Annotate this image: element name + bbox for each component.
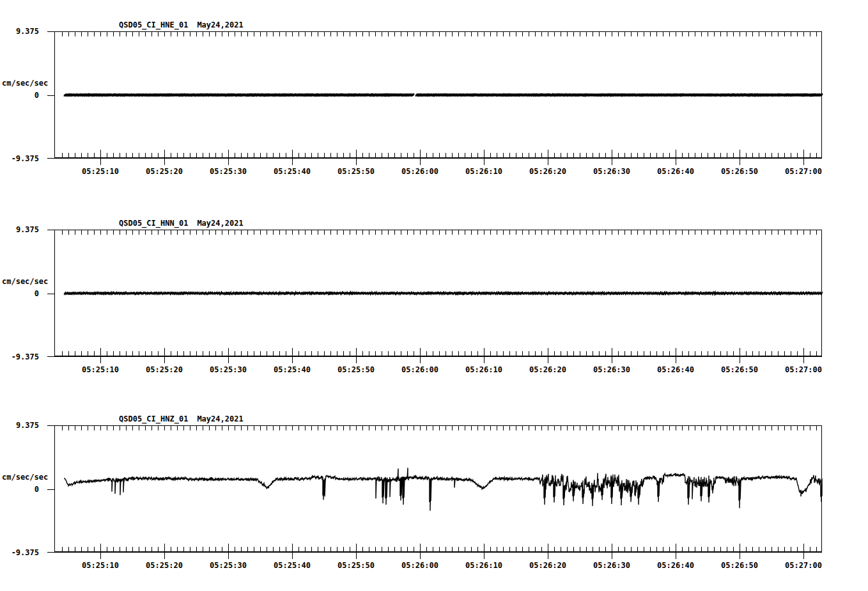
x-tick-label: 05:26:20 <box>529 365 566 374</box>
plot-title: QSD05_CI_HNE_01May24,2021 <box>119 20 244 29</box>
ytick-label-bottom: -9.375 <box>0 352 39 361</box>
plot-title: QSD05_CI_HNN_01May24,2021 <box>119 219 244 228</box>
x-tick-label: 05:26:00 <box>401 167 438 176</box>
x-tick-label: 05:25:10 <box>82 561 119 570</box>
ytick-label-zero: 0 <box>0 91 39 100</box>
x-tick-label: 05:27:00 <box>785 365 822 374</box>
y-axis-unit-label: cm/sec/sec <box>2 473 48 482</box>
x-tick-label: 05:26:20 <box>529 167 566 176</box>
x-tick-label: 05:25:40 <box>274 365 311 374</box>
x-tick-label: 05:25:30 <box>210 561 247 570</box>
seismogram-page: { "page": {"background": "#ffffff", "tra… <box>0 0 868 591</box>
x-tick-label: 05:26:40 <box>657 167 694 176</box>
x-tick-label: 05:26:50 <box>721 167 758 176</box>
x-tick-label: 05:26:40 <box>657 561 694 570</box>
plot-title-id: QSD05_CI_HNN_01 <box>119 219 188 228</box>
x-tick-label: 05:26:30 <box>593 561 630 570</box>
x-tick-label: 05:26:10 <box>465 365 502 374</box>
plot-title-date: May24,2021 <box>197 20 243 29</box>
x-tick-label: 05:26:10 <box>465 561 502 570</box>
x-tick-label: 05:25:30 <box>210 167 247 176</box>
plot-title: QSD05_CI_HNZ_01May24,2021 <box>119 414 244 423</box>
x-tick-label: 05:25:30 <box>210 365 247 374</box>
hnn-trace <box>65 293 822 294</box>
ytick-label-top: 9.375 <box>0 225 39 234</box>
ytick-label-top: 9.375 <box>0 421 39 430</box>
x-tick-label: 05:26:30 <box>593 167 630 176</box>
plot-title-id: QSD05_CI_HNE_01 <box>119 20 188 29</box>
ytick-label-bottom: -9.375 <box>0 548 39 557</box>
y-axis-unit-label: cm/sec/sec <box>2 277 48 286</box>
x-tick-label: 05:25:40 <box>274 561 311 570</box>
plot-title-id: QSD05_CI_HNZ_01 <box>119 414 188 423</box>
x-tick-label: 05:25:20 <box>146 365 183 374</box>
hnn-ticks <box>47 230 817 364</box>
x-tick-label: 05:27:00 <box>785 167 822 176</box>
hnz-trace <box>65 468 822 510</box>
x-tick-label: 05:25:20 <box>146 561 183 570</box>
x-tick-label: 05:25:50 <box>337 365 375 374</box>
ytick-label-zero: 0 <box>0 485 39 494</box>
x-tick-label: 05:26:30 <box>593 365 630 374</box>
seismogram-canvas <box>0 0 868 591</box>
x-tick-label: 05:25:50 <box>337 167 375 176</box>
x-tick-label: 05:26:50 <box>721 561 758 570</box>
plot-title-date: May24,2021 <box>197 219 243 228</box>
x-tick-label: 05:26:20 <box>529 561 566 570</box>
plot-title-date: May24,2021 <box>197 414 243 423</box>
y-axis-unit-label: cm/sec/sec <box>2 79 48 88</box>
x-tick-label: 05:27:00 <box>785 561 822 570</box>
x-tick-label: 05:25:10 <box>82 365 119 374</box>
hne-trace <box>65 95 822 95</box>
hne-ticks <box>47 32 817 166</box>
x-tick-label: 05:26:10 <box>465 167 502 176</box>
x-tick-label: 05:26:50 <box>721 365 758 374</box>
x-tick-label: 05:25:50 <box>337 561 375 570</box>
x-tick-label: 05:26:00 <box>401 365 438 374</box>
x-tick-label: 05:26:40 <box>657 365 694 374</box>
hnz-axis-box <box>55 426 822 553</box>
ytick-label-top: 9.375 <box>0 27 39 36</box>
ytick-label-bottom: -9.375 <box>0 154 39 163</box>
x-tick-label: 05:25:10 <box>82 167 119 176</box>
ytick-label-zero: 0 <box>0 289 39 298</box>
x-tick-label: 05:25:20 <box>146 167 183 176</box>
x-tick-label: 05:25:40 <box>274 167 311 176</box>
x-tick-label: 05:26:00 <box>401 561 438 570</box>
